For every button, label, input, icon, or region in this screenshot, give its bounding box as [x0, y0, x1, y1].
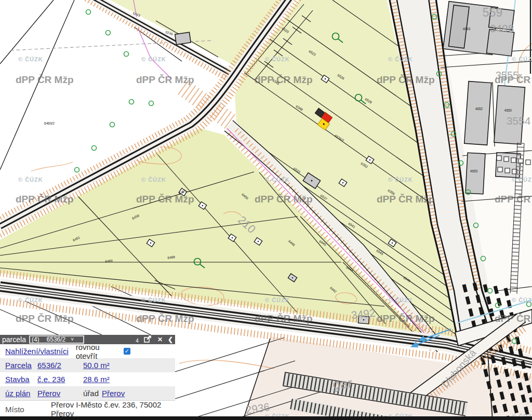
dropdown-value: 6536/2	[47, 336, 66, 343]
svg-text:dPP ČR Mžp: dPP ČR Mžp	[136, 313, 194, 324]
svg-text:dPP ČR Mžp: dPP ČR Mžp	[255, 194, 313, 205]
parcela-area-link[interactable]: 50.0 m²	[83, 361, 110, 370]
svg-text:3555: 3555	[496, 70, 519, 81]
svg-text:559: 559	[483, 6, 502, 19]
panel-header-icons: 4 ✕ ❮	[136, 336, 173, 343]
panel-title: parcela	[2, 335, 26, 344]
svg-text:3492: 3492	[351, 307, 376, 321]
misto-value: Přerov I-Město č.ev. 236, 75002 Přerov	[51, 400, 175, 418]
svg-text:dPP ČR Mžp: dPP ČR Mžp	[16, 194, 74, 205]
svg-text:dPP ČR Mžp: dPP ČR Mžp	[16, 74, 74, 85]
uz-plan-city-link[interactable]: Přerov	[37, 389, 60, 398]
svg-text:© ČÚZK: © ČÚZK	[18, 56, 43, 62]
share-icon[interactable]	[144, 335, 152, 343]
row-nahlizeni: Nahlížení/vlastníci rovnou otevřít ✓	[0, 344, 175, 358]
svg-text:dPP ČR Mžp: dPP ČR Mžp	[495, 313, 532, 324]
svg-text:© ČÚZK: © ČÚZK	[512, 177, 532, 183]
svg-text:4652: 4652	[475, 107, 483, 111]
collapse-icon[interactable]: ❮	[168, 336, 173, 343]
svg-text:4643: 4643	[463, 27, 471, 31]
rovnou-otevrit-label: rovnou otevřít	[76, 343, 121, 360]
row-uzplan: úz plán Přerov úřad Přerov	[0, 386, 175, 400]
svg-text:© ČÚZK: © ČÚZK	[141, 177, 166, 183]
svg-text:6469/2: 6469/2	[44, 121, 55, 125]
svg-text:© ČÚZK: © ČÚZK	[18, 177, 43, 183]
svg-text:dPP ČR Mžp: dPP ČR Mžp	[136, 74, 194, 85]
stavba-link[interactable]: Stavba	[5, 375, 30, 384]
stavba-area-link[interactable]: 28.6 m²	[83, 375, 110, 384]
svg-text:dPP ČR Mžp: dPP ČR Mžp	[377, 313, 435, 324]
map-viewer: dPP ČR MžpdPP ČR MžpdPP ČR MžpdPP ČR Mžp…	[0, 0, 532, 420]
svg-text:3554: 3554	[507, 115, 531, 127]
close-icon[interactable]: ✕	[157, 336, 163, 343]
dropdown-count: (4)	[32, 336, 39, 343]
svg-text:3498: 3498	[490, 22, 514, 34]
parcela-link[interactable]: Parcela	[5, 361, 32, 370]
svg-text:© ČÚZK: © ČÚZK	[388, 297, 413, 303]
svg-text:dPP ČR Mžp: dPP ČR Mžp	[136, 194, 194, 205]
svg-text:© ČÚZK: © ČÚZK	[388, 56, 413, 62]
svg-text:gar: gar	[332, 375, 353, 392]
info-panel: parcela (4) 6536/2 ˅ 4 ✕ ❮ Nahlížení/vla…	[0, 335, 175, 417]
svg-text:4653: 4653	[470, 169, 478, 173]
bottom-edge-bar	[0, 416, 532, 420]
svg-text:© ČÚZK: © ČÚZK	[388, 177, 413, 183]
svg-text:dPP ČR Mžp: dPP ČR Mžp	[377, 194, 435, 205]
urad-city-link[interactable]: Přerov	[102, 389, 125, 398]
svg-text:© ČÚZK: © ČÚZK	[141, 56, 166, 62]
parcela-number-link[interactable]: 6536/2	[37, 361, 61, 370]
rovnou-otevrit-checkbox[interactable]: ✓	[124, 348, 130, 355]
svg-text:dPP ČR Mžp: dPP ČR Mžp	[495, 194, 532, 205]
chevron-down-icon: ˅	[71, 337, 74, 342]
svg-text:dPP ČR Mžp: dPP ČR Mžp	[255, 74, 313, 85]
stavba-number-link[interactable]: č.e. 236	[37, 375, 65, 384]
svg-text:© ČÚZK: © ČÚZK	[265, 297, 290, 303]
svg-text:© ČÚZK: © ČÚZK	[18, 297, 43, 303]
nahlizeni-vlastnici-link[interactable]: Nahlížení/vlastníci	[5, 347, 69, 356]
window-count-badge: 4	[136, 338, 139, 344]
svg-text:© ČÚZK: © ČÚZK	[141, 297, 166, 303]
urad-label: úřad	[83, 389, 99, 398]
svg-text:© ČÚZK: © ČÚZK	[512, 56, 532, 62]
uz-plan-link[interactable]: úz plán	[5, 389, 30, 398]
row-misto: Místo Přerov I-Město č.ev. 236, 75002 Př…	[0, 400, 175, 417]
svg-text:dPP ČR Mžp: dPP ČR Mžp	[377, 74, 435, 85]
svg-text:© ČÚZK: © ČÚZK	[265, 56, 290, 62]
svg-text:dPP ČR Mžp: dPP ČR Mžp	[255, 313, 313, 324]
svg-text:4650: 4650	[504, 109, 512, 112]
svg-text:© ČÚZK: © ČÚZK	[265, 177, 290, 183]
svg-text:dPP ČR Mžp: dPP ČR Mžp	[16, 313, 74, 324]
row-parcela: Parcela 6536/2 50.0 m²	[0, 358, 175, 372]
misto-label: Místo	[5, 405, 37, 414]
svg-text:© ČÚZK: © ČÚZK	[512, 297, 532, 303]
row-stavba: Stavba č.e. 236 28.6 m²	[0, 372, 175, 386]
